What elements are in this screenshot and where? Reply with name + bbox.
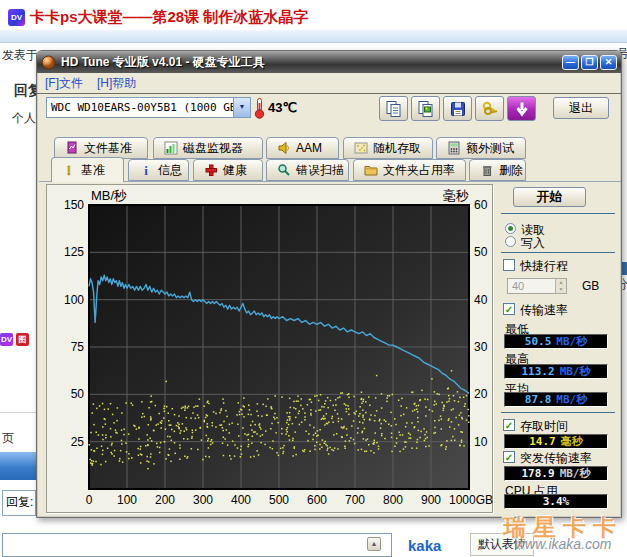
min-unit: MB/秒 — [556, 334, 587, 349]
save-icon — [449, 100, 467, 118]
tab-random-access[interactable]: 随机存取 — [343, 137, 433, 159]
folder-usage-icon — [364, 163, 378, 177]
tab-erase[interactable]: 删除 — [469, 159, 526, 181]
benchmark-icon: ! — [62, 163, 76, 177]
textarea-scrollbar-up-button[interactable]: ▲ — [367, 537, 381, 551]
copy-image-button[interactable] — [411, 96, 440, 121]
benchmark-chart: 1501251007550256050403020100100200300400… — [47, 185, 494, 514]
svg-text:30: 30 — [474, 340, 488, 354]
menu-file[interactable]: [F]文件 — [45, 75, 83, 92]
access-time-unit: 毫秒 — [561, 434, 583, 449]
write-radio[interactable] — [505, 236, 516, 247]
transfer-rate-label: 传输速率 — [520, 302, 568, 319]
svg-text:500: 500 — [269, 493, 289, 507]
page-title: 卡卡ps大课堂——第28课 制作冰蓝水晶字 — [30, 8, 308, 27]
options-button[interactable] — [475, 96, 504, 121]
download-button[interactable] — [507, 96, 536, 121]
disk-monitor-icon — [164, 141, 178, 155]
burst-rate-unit: MB/秒 — [560, 466, 591, 481]
spinner-arrows[interactable]: ▲▼ — [555, 279, 566, 293]
thermometer-icon — [253, 97, 266, 119]
cpu-usage-display: 3.4% — [504, 494, 608, 509]
svg-text:300: 300 — [193, 493, 213, 507]
copy-text-button[interactable] — [379, 96, 408, 121]
avg-unit: MB/秒 — [556, 392, 587, 407]
avg-value-display: 87.8 MB/秒 — [504, 392, 608, 407]
start-button[interactable]: 开始 — [513, 187, 586, 207]
access-time-checkbox[interactable]: ✓ — [503, 419, 515, 431]
erase-icon — [480, 163, 494, 177]
reply-field-label: 回复: — [6, 495, 33, 509]
dv-small-badge[interactable]: DV — [0, 333, 13, 346]
svg-text:400: 400 — [231, 493, 251, 507]
short-stroke-size-value: 40 — [508, 279, 555, 293]
tab-disk-monitor[interactable]: 磁盘监视器 — [153, 137, 263, 159]
window-titlebar[interactable]: HD Tune 专业版 v4.01 - 硬盘专业工具 — ❐ ✕ — [37, 51, 621, 73]
tab-health-label: 健康 — [223, 162, 247, 179]
svg-text:150: 150 — [64, 198, 84, 212]
page-char-fragment: 页 — [2, 430, 14, 447]
file-benchmark-icon — [65, 141, 79, 155]
burst-rate-checkbox[interactable]: ✓ — [503, 451, 515, 463]
health-icon — [204, 163, 218, 177]
watermark-url: www.ikaka.com — [515, 536, 611, 552]
kaka-username: kaka — [408, 537, 441, 554]
posted-at-label: 发表于 — [2, 47, 38, 64]
exit-button[interactable]: 退出 — [553, 97, 609, 119]
short-stroke-size-input[interactable]: 40 ▲▼ — [507, 278, 567, 294]
copy-image-icon — [417, 100, 435, 118]
reply-textarea[interactable] — [2, 533, 392, 557]
random-access-icon — [354, 141, 368, 155]
chevron-down-icon[interactable]: ▼ — [233, 98, 250, 117]
svg-text:MB/秒: MB/秒 — [91, 188, 127, 203]
burst-rate-display: 178.9 MB/秒 — [504, 466, 608, 481]
transfer-rate-checkbox[interactable]: ✓ — [503, 303, 515, 315]
read-radio[interactable] — [505, 223, 516, 234]
tab-benchmark[interactable]: !基准 — [51, 157, 124, 182]
tab-health[interactable]: 健康 — [193, 159, 263, 181]
tab-extra-tests[interactable]: 额外测试 — [436, 137, 526, 159]
save-screenshot-button[interactable] — [443, 96, 472, 121]
svg-text:800: 800 — [383, 493, 403, 507]
menu-help[interactable]: [H]帮助 — [97, 75, 136, 92]
gb-unit-label: GB — [582, 279, 599, 293]
tab-folder-usage[interactable]: 文件夹占用率 — [353, 159, 466, 181]
tab-info-label: 信息 — [158, 162, 182, 179]
svg-text:600: 600 — [307, 493, 327, 507]
tab-aam-label: AAM — [296, 141, 322, 155]
copy-text-icon — [385, 100, 403, 118]
svg-text:20: 20 — [474, 387, 488, 401]
short-stroke-checkbox[interactable] — [503, 259, 515, 271]
temperature-value: 43℃ — [268, 100, 297, 115]
svg-text:0: 0 — [86, 493, 93, 507]
reply-field-fragment[interactable]: 回复: — [2, 490, 36, 516]
drive-select[interactable]: WDC WD10EARS-00Y5B1 (1000 GB) ▼ — [46, 97, 251, 118]
restore-button[interactable]: ❐ — [581, 55, 598, 70]
close-button[interactable]: ✕ — [600, 55, 617, 70]
svg-text:900: 900 — [421, 493, 441, 507]
min-value: 50.5 — [525, 335, 552, 348]
window-title: HD Tune 专业版 v4.01 - 硬盘专业工具 — [61, 54, 265, 71]
max-unit: MB/秒 — [560, 364, 591, 379]
svg-text:毫秒: 毫秒 — [443, 188, 469, 203]
max-value-display: 113.2 MB/秒 — [504, 364, 608, 379]
dv-badge: DV — [8, 9, 25, 26]
svg-text:10: 10 — [474, 435, 488, 449]
access-time-display: 14.7 毫秒 — [504, 434, 608, 449]
tab-info[interactable]: i信息 — [128, 159, 189, 181]
tab-aam[interactable]: AAM — [266, 137, 339, 159]
aam-icon — [277, 141, 291, 155]
tab-disk-monitor-label: 磁盘监视器 — [183, 140, 243, 157]
svg-text:700: 700 — [345, 493, 365, 507]
max-value: 113.2 — [522, 365, 555, 378]
svg-text:60: 60 — [474, 198, 488, 212]
tab-benchmark-label: 基准 — [81, 162, 105, 179]
image-badge[interactable]: 图 — [16, 333, 29, 346]
tab-random-access-label: 随机存取 — [373, 140, 421, 157]
minimize-button[interactable]: — — [562, 55, 579, 70]
svg-text:100: 100 — [117, 493, 137, 507]
tab-error-scan[interactable]: 错误扫描 — [266, 159, 349, 181]
svg-text:1000GB: 1000GB — [449, 493, 493, 507]
svg-text:i: i — [144, 163, 148, 177]
tab-file-benchmark[interactable]: 文件基准 — [54, 137, 148, 159]
